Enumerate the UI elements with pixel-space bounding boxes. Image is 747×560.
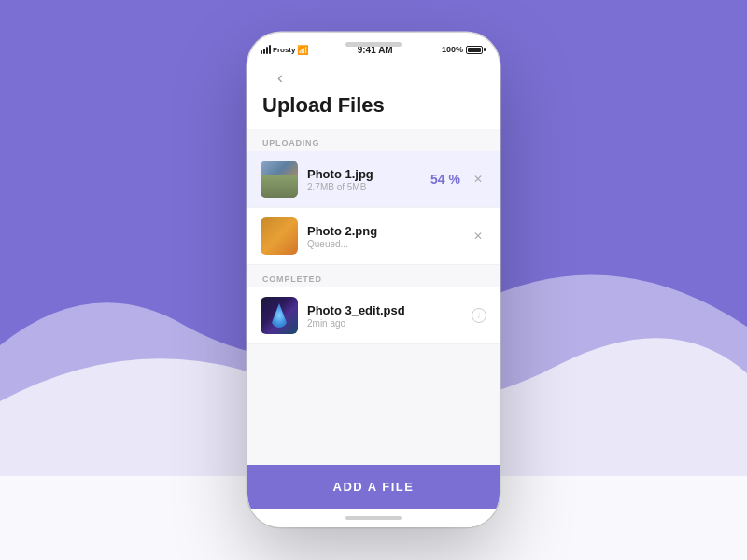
battery-fill <box>468 48 481 52</box>
back-button[interactable]: ‹ <box>262 63 485 93</box>
file-meta-photo3: 2min ago <box>307 318 462 329</box>
battery-info: 100% <box>442 45 483 54</box>
cancel-button-photo2[interactable]: ✕ <box>470 226 486 246</box>
upload-percent-photo1: 54 % <box>430 172 460 187</box>
uploading-section-label: UPLOADING <box>247 129 500 151</box>
file-name-photo2: Photo 2.png <box>307 224 460 238</box>
file-thumb-photo1 <box>261 161 298 198</box>
phone-content: ‹ Upload Files UPLOADING Photo 1.jpg 2.7… <box>247 61 500 527</box>
file-item-photo1: Photo 1.jpg 2.7MB of 5MB 54 % ✕ <box>247 151 500 208</box>
battery-percent: 100% <box>442 45 463 54</box>
cancel-button-photo1[interactable]: ✕ <box>470 169 486 189</box>
carrier-info: Frosty 📶 <box>261 45 308 55</box>
signal-icon <box>261 45 271 54</box>
status-bar: Frosty 📶 9:41 AM 100% <box>247 33 500 61</box>
file-thumb-photo3 <box>261 297 298 334</box>
home-indicator <box>247 509 500 527</box>
wifi-icon: 📶 <box>297 45 308 55</box>
phone-frame: Frosty 📶 9:41 AM 100% ‹ Upload Files UPL <box>247 33 500 527</box>
file-info-photo1: Photo 1.jpg 2.7MB of 5MB <box>307 167 421 192</box>
file-meta-photo2: Queued... <box>307 239 460 249</box>
file-item-photo3: Photo 3_edit.psd 2min ago i <box>247 287 500 344</box>
uploading-file-list: Photo 1.jpg 2.7MB of 5MB 54 % ✕ Photo 2.… <box>247 151 500 265</box>
carrier-name: Frosty <box>273 46 295 54</box>
home-bar <box>345 516 402 520</box>
phone-notch <box>345 42 402 47</box>
page-title: Upload Files <box>262 93 485 118</box>
scroll-area[interactable]: UPLOADING Photo 1.jpg 2.7MB of 5MB 54 % … <box>247 129 500 465</box>
phone-mockup: Frosty 📶 9:41 AM 100% ‹ Upload Files UPL <box>247 33 500 527</box>
info-button-photo3[interactable]: i <box>472 308 486 323</box>
file-thumb-photo2 <box>261 217 298 255</box>
file-name-photo1: Photo 1.jpg <box>307 167 421 181</box>
page-header: ‹ Upload Files <box>247 61 500 129</box>
file-item-photo2: Photo 2.png Queued... ✕ <box>247 208 500 265</box>
file-name-photo3: Photo 3_edit.psd <box>307 303 462 317</box>
file-meta-photo1: 2.7MB of 5MB <box>307 182 421 192</box>
file-info-photo3: Photo 3_edit.psd 2min ago <box>307 303 462 329</box>
completed-section-label: COMPLETED <box>247 265 500 287</box>
add-file-button[interactable]: ADD A FILE <box>247 465 500 509</box>
file-info-photo2: Photo 2.png Queued... <box>307 224 460 249</box>
battery-icon <box>466 46 483 54</box>
completed-file-list: Photo 3_edit.psd 2min ago i <box>247 287 500 344</box>
